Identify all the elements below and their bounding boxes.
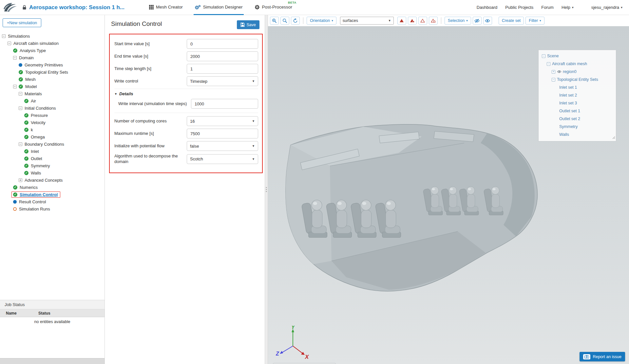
plus-box-icon[interactable]: + (552, 70, 555, 74)
tree-item-label: Mesh (25, 77, 36, 82)
scene-tree-item-outlet-set-2[interactable]: Outlet set 2 (539, 115, 616, 123)
minus-icon[interactable]: − (2, 34, 6, 38)
tree-item-boundary-conditions[interactable]: −Boundary Conditions (0, 140, 105, 148)
write-control-select[interactable]: Timestep▼ (187, 76, 258, 86)
top-navbar: Aerospace workshop: Session 1 h... Mesh … (0, 0, 629, 15)
minus-box-icon[interactable]: − (547, 62, 550, 66)
eye-icon[interactable] (557, 70, 562, 73)
number-of-computing-cores-select[interactable]: 16▼ (187, 116, 258, 126)
nav-link-forum[interactable]: Forum (541, 5, 554, 10)
zoom-fit-button[interactable] (280, 17, 289, 25)
clip-plane-outline-button[interactable] (418, 17, 427, 25)
minus-icon[interactable]: − (19, 142, 22, 146)
tree-item-simulation-control[interactable]: ✓Simulation Control (0, 191, 105, 198)
filter-dropdown[interactable]: Filter ▾ (525, 17, 544, 25)
selection-dropdown[interactable]: Selection ▾ (445, 17, 471, 25)
report-issue-button[interactable]: Report an issue (580, 352, 625, 361)
display-mode-select[interactable]: surfaces ▼ (340, 17, 394, 25)
scene-tree-item-inlet-set-1[interactable]: Inlet set 1 (539, 83, 616, 91)
check-icon: ✓ (24, 164, 29, 168)
tree-item-walls[interactable]: ✓Walls (0, 169, 105, 176)
initialize-with-potential-flow-select[interactable]: false▼ (187, 141, 258, 151)
viewport-canvas[interactable]: −Scene−Aircraft cabin mesh+region0−Topol… (268, 26, 629, 364)
tree-item-numerics[interactable]: ✓Numerics (0, 184, 105, 191)
tree-item-pressure[interactable]: ✓Pressure (0, 112, 105, 119)
tab-simulation-designer[interactable]: Simulation Designer (194, 0, 244, 15)
minus-box-icon[interactable]: − (542, 54, 545, 58)
orientation-dropdown[interactable]: Orientation ▾ (307, 17, 336, 25)
clip-plane-filled-button[interactable] (397, 17, 406, 25)
zoom-window-button[interactable] (270, 17, 279, 25)
job-status-empty-text: no entities available (0, 319, 105, 324)
caret-down-icon: ▾ (332, 19, 333, 22)
refresh-button[interactable] (291, 17, 300, 25)
tab-label: Simulation Designer (203, 5, 243, 9)
plus-icon[interactable]: + (19, 178, 22, 182)
minus-icon[interactable]: − (13, 56, 17, 60)
resize-handle-icon[interactable] (612, 135, 615, 140)
check-icon: ✓ (19, 77, 23, 82)
save-button[interactable]: Save (237, 20, 260, 29)
new-simulation-button[interactable]: +New simulation (3, 18, 41, 27)
tree-item-analysis-type[interactable]: ✓Analysis Type (0, 47, 105, 54)
help-menu[interactable]: Help ▾ (562, 5, 574, 10)
start-time-value-s-input[interactable] (187, 39, 258, 49)
tree-item-simulations[interactable]: −Simulations (0, 32, 105, 40)
tree-item-domain[interactable]: −Domain (0, 54, 105, 61)
minus-icon[interactable]: − (19, 92, 22, 96)
nav-link-public-projects[interactable]: Public Projects (505, 5, 533, 10)
scene-tree-item-inlet-set-3[interactable]: Inlet set 3 (539, 99, 616, 107)
tree-item-topological-entity-sets[interactable]: ✓Topological Entity Sets (0, 68, 105, 76)
tree-item-result-control[interactable]: Result Control (0, 198, 105, 205)
tree-item-geometry-primitives[interactable]: Geometry Primitives (0, 61, 105, 68)
tab-mesh-creator[interactable]: Mesh Creator (148, 0, 184, 15)
tree-item-k[interactable]: ✓k (0, 126, 105, 133)
write-interval-simulation-time-steps-input[interactable] (191, 99, 258, 109)
tree-item-initial-conditions[interactable]: −Initial Conditions (0, 104, 105, 112)
tree-item-air[interactable]: ✓Air (0, 97, 105, 104)
hide-selection-button[interactable] (473, 17, 482, 25)
scene-tree-item-outlet-set-1[interactable]: Outlet set 1 (539, 107, 616, 115)
end-time-value-s-input[interactable] (187, 51, 258, 61)
tree-item-aircraft-cabin-simulation[interactable]: −Aircraft cabin simulation (0, 40, 105, 47)
minus-icon[interactable]: − (19, 106, 22, 110)
scene-tree-item-topological-entity-sets[interactable]: −Topological Entity Sets (539, 76, 616, 83)
tree-item-model[interactable]: −✓Model (0, 83, 105, 90)
scene-tree-item-walls[interactable]: Walls (539, 131, 616, 138)
minus-icon[interactable]: − (8, 42, 11, 45)
create-set-button[interactable]: Create set (499, 17, 524, 25)
maximum-runtime-s-input[interactable] (187, 129, 258, 138)
job-status-panel: Job Status Name Status no entities avail… (0, 300, 105, 364)
tree-item-label: Simulations (8, 34, 30, 39)
cabin-3d-model[interactable] (281, 112, 540, 296)
minus-icon[interactable]: − (13, 85, 17, 88)
scene-tree-item-scene[interactable]: −Scene (539, 52, 616, 60)
tree-item-inlet[interactable]: ✓Inlet (0, 148, 105, 155)
clip-plane-filled-corner-button[interactable] (408, 17, 417, 25)
user-menu[interactable]: sjesu_rajendra ▾ (591, 5, 622, 10)
tree-item-simulation-runs[interactable]: Simulation Runs (0, 205, 105, 212)
tree-item-omega[interactable]: ✓Omega (0, 133, 105, 140)
tab-post-processor[interactable]: Post-ProcessorBETA (254, 0, 293, 15)
clip-plane-outline-corner-button[interactable] (429, 17, 438, 25)
scene-tree-item-aircraft-cabin-mesh[interactable]: −Aircraft cabin mesh (539, 60, 616, 68)
minus-box-icon[interactable]: − (552, 78, 555, 82)
show-selection-button[interactable] (483, 17, 492, 25)
tree-item-advanced-concepts[interactable]: +Advanced Concepts (0, 176, 105, 184)
time-step-length-s-input[interactable] (187, 64, 258, 74)
tree-item-outlet[interactable]: ✓Outlet (0, 155, 105, 162)
tree-item-velocity[interactable]: ✓Velocity (0, 119, 105, 126)
panel-resize-handle[interactable] (265, 15, 268, 364)
tree-item-materials[interactable]: −Materials (0, 90, 105, 97)
details-toggle[interactable]: ▼ Details (114, 91, 258, 96)
scene-tree-item-region0[interactable]: +region0 (539, 68, 616, 76)
axis-y-label: Y (291, 326, 295, 330)
project-title[interactable]: Aerospace workshop: Session 1 h... (29, 4, 124, 11)
scene-tree-item-symmetry[interactable]: Symmetry (539, 123, 616, 131)
tree-item-mesh[interactable]: ✓Mesh (0, 76, 105, 83)
app-logo[interactable] (3, 3, 17, 12)
scene-tree-item-inlet-set-2[interactable]: Inlet set 2 (539, 91, 616, 99)
algorithm-used-to-decompose-the-domain-select[interactable]: Scotch▼ (187, 154, 258, 164)
nav-link-dashboard[interactable]: Dashboard (477, 5, 498, 10)
tree-item-symmetry[interactable]: ✓Symmetry (0, 162, 105, 169)
